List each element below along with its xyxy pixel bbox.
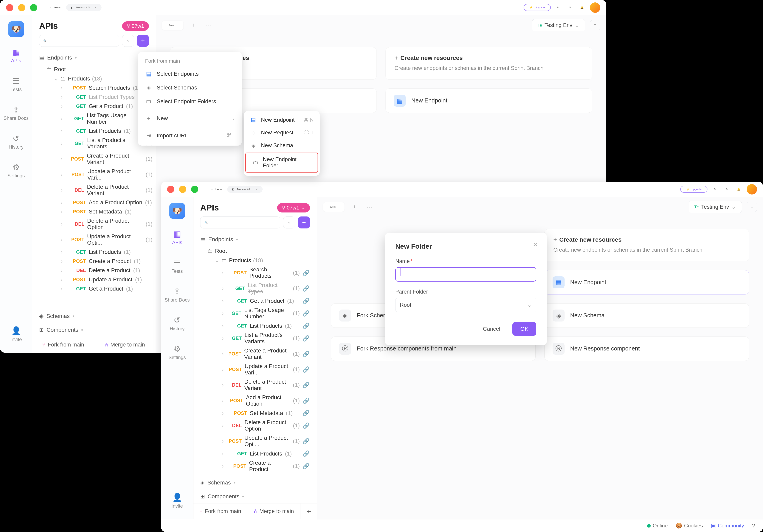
parent-folder-select[interactable]: Root ⌄ <box>395 298 536 312</box>
filter-button[interactable]: ▽ <box>283 217 295 228</box>
link-icon[interactable]: 🔗 <box>302 322 310 329</box>
rail-sharedocs[interactable]: ⇪Share Docs <box>162 284 192 305</box>
tab-home[interactable]: ⌂ Home <box>206 186 227 193</box>
close-tab-icon[interactable]: ✕ <box>94 6 97 9</box>
endpoint-row[interactable]: ›DELDelete a Product Option(1) <box>39 216 154 232</box>
endpoint-row[interactable]: ›GETGet a Product(1) <box>39 102 154 111</box>
link-icon[interactable]: 🔗 <box>302 310 310 317</box>
search-input[interactable]: 🔍 <box>200 217 280 228</box>
endpoint-row[interactable]: ›DELDelete a Product(1)🔗 <box>200 474 315 476</box>
minimize-window-icon[interactable] <box>179 186 186 193</box>
status-cookies[interactable]: 🍪Cookies <box>676 523 703 529</box>
endpoint-row[interactable]: ›POSTAdd a Product Option(1) <box>39 198 154 207</box>
section-components[interactable]: ⊞ Components • <box>32 323 156 337</box>
bell-icon[interactable]: 🔔 <box>577 3 587 12</box>
add-tab-button[interactable]: + <box>188 22 198 29</box>
endpoint-row[interactable]: ›GETList a Product's Variants(1)🔗 <box>200 330 315 346</box>
close-tab-icon[interactable]: ✕ <box>256 188 258 191</box>
fork-from-main-button[interactable]: ⑂ Fork from main <box>193 503 247 519</box>
endpoint-row[interactable]: ›POSTSearch Products(1) <box>39 83 154 92</box>
link-icon[interactable]: 🔗 <box>302 351 310 357</box>
endpoint-row[interactable]: ›GETList Products(1) <box>39 127 154 135</box>
folder-name-input[interactable] <box>395 267 536 282</box>
workspace-avatar[interactable]: 🐶 <box>8 21 24 37</box>
filter-button[interactable]: ▽ <box>122 35 134 47</box>
fork-from-main-button[interactable]: ⑂ Fork from main <box>32 337 94 353</box>
ctx-select-endpoints[interactable]: ▤ Select Endpoints <box>138 67 242 81</box>
ctx-import-curl[interactable]: ⇥ Import cURL ⌘ I <box>138 129 242 142</box>
new-endpoint-card[interactable]: ▦ New Endpoint <box>385 88 592 113</box>
rail-sharedocs[interactable]: ⇪ Share Docs <box>1 103 31 124</box>
endpoint-row[interactable]: ›GETList Tags Usage Number(1) <box>39 111 154 127</box>
endpoint-row[interactable]: ›POSTUpdate a Product Vari...(1)🔗 <box>200 362 315 377</box>
link-icon[interactable]: 🔗 <box>302 285 310 292</box>
sub-new-folder[interactable]: 🗀 New Endpoint Folder <box>245 152 318 173</box>
folder-root[interactable]: 🗀 Root <box>200 246 315 256</box>
folder-root[interactable]: 🗀 Root <box>39 64 154 74</box>
endpoint-row[interactable]: ›GETList a Product's Variants(1) <box>39 135 154 151</box>
collapse-sidebar-button[interactable]: ⇤ <box>301 503 317 519</box>
rail-invite[interactable]: 👤 Invite <box>8 324 24 345</box>
main-tab-new[interactable]: New... <box>162 21 183 30</box>
new-endpoint-card[interactable]: ▦ New Endpoint <box>544 270 749 295</box>
rail-tests[interactable]: ☰Tests <box>169 256 185 276</box>
endpoint-row[interactable]: ›POSTCreate a Product Variant(1) <box>39 151 154 167</box>
environment-select[interactable]: Te Testing Env ⌄ <box>532 19 585 31</box>
upgrade-button[interactable]: ⚡ Upgrade <box>680 186 708 193</box>
endpoint-row[interactable]: ›DELDelete a Product Option(1)🔗 <box>200 418 315 433</box>
add-tab-button[interactable]: + <box>349 204 359 210</box>
link-icon[interactable]: 🔗 <box>302 382 310 389</box>
endpoint-row[interactable]: ›POSTSet Metadata(1) <box>39 207 154 216</box>
endpoint-row[interactable]: ›POSTUpdate a Product Opti...(1)🔗 <box>200 433 315 449</box>
section-schemas[interactable]: ◈ Schemas • <box>32 309 156 323</box>
link-icon[interactable]: 🔗 <box>302 298 310 304</box>
minimize-window-icon[interactable] <box>18 4 25 11</box>
endpoint-row[interactable]: ›POSTUpdate a Product(1) <box>39 275 154 284</box>
tab-overflow-button[interactable]: ⋯ <box>364 204 374 211</box>
endpoint-row[interactable]: ›POSTCreate a Product(1) <box>39 257 154 266</box>
environment-select[interactable]: Te Testing Env ⌄ <box>689 201 742 213</box>
link-icon[interactable]: 🔗 <box>302 335 310 342</box>
new-response-card[interactable]: Ⓡ New Response component <box>544 336 749 361</box>
endpoint-row[interactable]: ›DELDelete a Product(1) <box>39 266 154 275</box>
refresh-icon[interactable]: ↻ <box>710 185 719 194</box>
env-menu-button[interactable]: ☰ <box>590 20 600 30</box>
endpoint-row[interactable]: ›POSTUpdate a Product Vari...(1) <box>39 167 154 182</box>
tab-overflow-button[interactable]: ⋯ <box>203 22 213 29</box>
tab-medusa-api[interactable]: ◧ Medusa API ✕ <box>227 186 263 193</box>
settings-gear-icon[interactable]: ⚙ <box>722 185 731 194</box>
ctx-select-folders[interactable]: 🗀 Select Endpoint Folders <box>138 94 242 108</box>
maximize-window-icon[interactable] <box>191 186 198 193</box>
endpoint-row[interactable]: ›GETList Product Types(1) <box>39 92 154 102</box>
avatar[interactable] <box>590 2 600 13</box>
merge-to-main-button[interactable]: ⑃ Merge to main <box>94 337 156 353</box>
sub-new-schema[interactable]: ◈ New Schema <box>244 139 320 152</box>
section-schemas[interactable]: ◈ Schemas • <box>193 476 317 489</box>
endpoint-row[interactable]: ›POSTSet Metadata(1)🔗 <box>200 408 315 418</box>
folder-products[interactable]: ⌄ 🗀 Products (18) <box>39 74 154 83</box>
endpoint-row[interactable]: ›GETList Tags Usage Number(1)🔗 <box>200 306 315 321</box>
ctx-new[interactable]: + New › <box>138 112 242 125</box>
rail-history[interactable]: ↺ History <box>6 132 26 152</box>
status-online[interactable]: Online <box>647 523 668 529</box>
ctx-select-schemas[interactable]: ◈ Select Schemas <box>138 81 242 94</box>
link-icon[interactable]: 🔗 <box>302 366 310 373</box>
endpoint-row[interactable]: ›GETList Product Types(1)🔗 <box>200 281 315 296</box>
main-tab-new[interactable]: New... <box>323 202 345 212</box>
status-community[interactable]: ▣Community <box>711 523 744 529</box>
link-icon[interactable]: 🔗 <box>302 398 310 404</box>
link-icon[interactable]: 🔗 <box>302 438 310 445</box>
section-endpoints[interactable]: ▤ Endpoints • <box>193 232 317 246</box>
rail-history[interactable]: ↺History <box>167 313 187 334</box>
rail-settings[interactable]: ⚙Settings <box>166 342 188 363</box>
rail-apis[interactable]: ▦ APIs <box>9 45 24 66</box>
rail-settings[interactable]: ⚙ Settings <box>5 160 27 181</box>
endpoint-row[interactable]: ›GETGet a Product(1)🔗 <box>200 296 315 306</box>
bell-icon[interactable]: 🔔 <box>734 185 743 194</box>
endpoint-row[interactable]: ›GETList Products(1)🔗 <box>200 321 315 330</box>
workspace-avatar[interactable]: 🐶 <box>169 203 185 219</box>
cancel-button[interactable]: Cancel <box>475 322 508 336</box>
endpoint-row[interactable]: ›GETList Products(1)🔗 <box>200 449 315 458</box>
endpoint-row[interactable]: ›GETList Products(1) <box>39 247 154 257</box>
maximize-window-icon[interactable] <box>30 4 37 11</box>
